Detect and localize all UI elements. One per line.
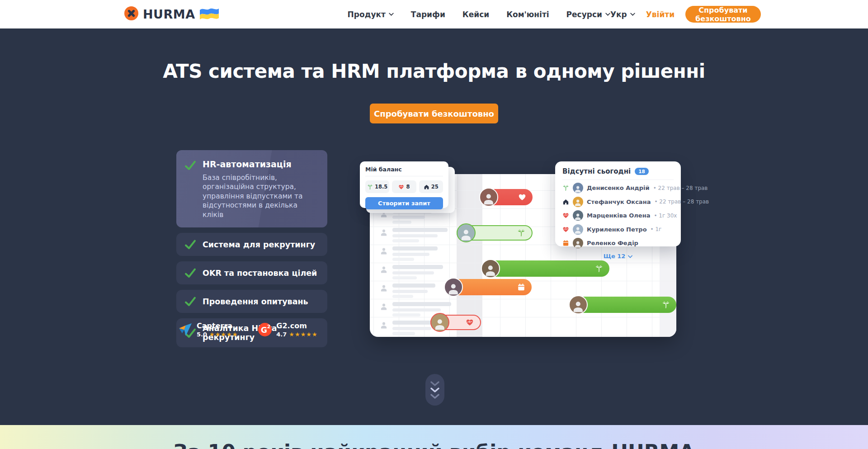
hero-cta-button[interactable]: Спробувати безкоштовно [370,104,498,123]
heart-icon [562,226,569,233]
employee-row-placeholder [380,246,451,265]
balance-card-title: Мій баланс [365,166,443,176]
calendar-icon [517,283,525,291]
absent-row[interactable]: Марценківа Олена • 1г 30х [562,210,674,222]
chevron-down-icon [605,13,610,16]
absent-card-header: Відсутні сьогодні 18 [562,167,674,180]
person-icon [380,321,388,329]
svg-text:G: G [261,326,267,335]
nav-item-label: Кейси [462,10,489,19]
absent-row[interactable]: Денисенко Андрій • 22 трав – 28 трав [562,182,674,194]
feature-title: Проведення опитувань [203,297,319,306]
absent-row[interactable]: Реленко Федір [562,237,674,249]
rating-g2com[interactable]: G2 G2.com 4.7 ★★★★★ [258,322,317,338]
nav-item-1[interactable]: Продукт [348,10,394,19]
star-icons: ★★★★★ [289,331,317,337]
hurma-logo[interactable]: HURMA [124,6,219,22]
absent-person-name: Стефанчук Оксана [587,199,651,205]
chevron-down-icon [430,388,439,392]
nav-item-2[interactable]: Тарифи [411,10,445,19]
avatar [573,238,583,248]
balance-stat[interactable]: 25 [419,180,443,193]
home-icon [424,184,429,190]
g2-icon: G2 [258,322,272,337]
person-icon [380,284,388,292]
absent-person-name: Реленко Федір [587,240,638,246]
absent-period: • 1г [651,226,662,232]
rating-score: 5.0 [197,331,207,338]
absence-bar-heart[interactable] [480,189,533,205]
absence-bar-palm[interactable] [570,297,676,313]
avatar [569,295,588,314]
show-more-link[interactable]: Ще 12 [562,253,674,260]
rating-name: Capterra [197,322,238,330]
avatar [457,223,476,242]
absent-today-card: Відсутні сьогодні 18 Денисенко Андрій • … [555,161,681,246]
calendar-icon [562,240,569,246]
balance-stat-value: 18.5 [375,184,387,190]
person-icon [380,228,388,236]
employee-row-placeholder [380,284,451,302]
rating-capterra[interactable]: Capterra 5.0 ★★★★★ [178,322,238,338]
feature-card-2[interactable]: Система для рекрутингу [176,233,327,256]
avatar [573,183,583,193]
balance-stat-value: 8 [406,184,410,190]
svg-text:2: 2 [267,324,271,330]
absent-row[interactable]: Куриленко Петро • 1г [562,223,674,235]
person-icon [380,247,388,255]
create-request-button[interactable]: Створити запит [365,197,443,209]
heart-icon [562,212,569,219]
employee-row-placeholder [380,265,451,284]
hurma-landing-page: HURMA ПродуктТарифиКейсиКом'юнітіРесурси… [0,0,868,449]
feature-card-1[interactable]: HR-автоматизація База співробітників, ор… [176,150,327,227]
logo-text: HURMA [143,7,195,21]
absent-period: • 22 трав – 28 трав [653,185,708,191]
avatar [481,259,500,278]
nav-item-5[interactable]: Ресурси [566,10,610,19]
chevron-down-icon [628,253,632,260]
feature-card-4[interactable]: Проведення опитувань [176,290,327,313]
nav-item-3[interactable]: Кейси [462,10,489,19]
balance-stat[interactable]: 18.5 [365,180,389,193]
feature-card-3[interactable]: OKR та постановка цілей [176,261,327,284]
person-icon [380,302,388,311]
chevron-down-icon [430,381,439,386]
avatar [573,210,583,221]
show-more-label: Ще 12 [604,253,626,260]
balance-stat[interactable]: 8 [392,180,416,193]
check-icon [184,296,196,307]
absence-bar-palm[interactable] [457,225,533,241]
palm-icon [367,184,373,190]
main-nav: ПродуктТарифиКейсиКом'юнітіРесурси [348,10,610,19]
feature-title: HR-автоматизація [203,159,319,169]
absence-bar-heart[interactable] [430,315,481,330]
home-icon [562,199,569,205]
heart-icon [518,193,526,201]
nav-item-label: Ком'юніті [506,10,549,19]
ratings-row: Capterra 5.0 ★★★★★ G2 G2.com 4.7 ★★★★★ [178,322,318,338]
absent-period: • 22 трав – 28 трав [654,199,709,205]
absent-card-title: Відсутні сьогодні [562,167,631,175]
absent-rows: Денисенко Андрій • 22 трав – 28 трав Сте… [562,182,674,249]
hurma-fruit-icon [124,6,138,22]
star-icons: ★★★★★ [209,331,238,337]
absent-row[interactable]: Стефанчук Оксана • 22 трав – 28 трав [562,196,674,208]
palm-icon [562,184,569,191]
absence-bar-palm[interactable] [482,260,609,277]
avatar [573,224,583,235]
nav-item-4[interactable]: Ком'юніті [506,10,549,19]
absent-person-name: Марценківа Олена [587,212,650,219]
nav-item-label: Продукт [348,10,386,19]
nav-item-label: Тарифи [411,10,445,19]
scroll-down-indicator[interactable] [425,374,444,406]
language-selector[interactable]: Укр [610,10,635,19]
header-cta-button[interactable]: Спробувати безкоштовно [685,6,761,23]
absence-bar-calendar[interactable] [445,279,532,295]
next-section-strip: За 10 років найкращий вибір команд HURMA [0,425,868,449]
login-link[interactable]: Увійти [646,10,675,19]
top-navbar: HURMA ПродуктТарифиКейсиКом'юнітіРесурси… [0,0,868,28]
rating-score: 4.7 [276,331,287,338]
avatar [573,197,583,207]
avatar [430,313,449,332]
balance-stats: 18.5 8 25 [365,180,443,193]
